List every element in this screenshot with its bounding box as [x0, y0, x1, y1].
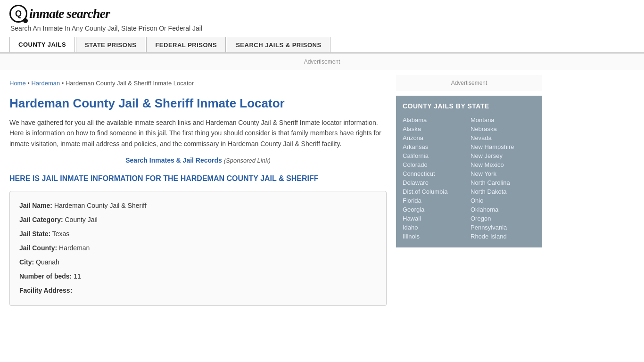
state-link[interactable]: Illinois	[403, 232, 468, 241]
state-link[interactable]: Pennsylvania	[471, 223, 536, 232]
state-link[interactable]: California	[403, 151, 468, 160]
nav-search-jails[interactable]: SEARCH JAILS & PRISONS	[227, 37, 330, 52]
search-link-area: Search Inmates & Jail Records (Sponsored…	[9, 156, 387, 164]
breadcrumb: Home • Hardeman • Hardeman County Jail &…	[9, 80, 387, 87]
state-link[interactable]: Alaska	[403, 124, 468, 133]
logo-area: Q inmate searcher	[9, 5, 635, 23]
state-link[interactable]: Ohio	[471, 196, 536, 205]
breadcrumb-parent[interactable]: Hardeman	[31, 80, 60, 87]
tagline: Search An Inmate In Any County Jail, Sta…	[10, 25, 635, 32]
jail-category-row: Jail Category: County Jail	[19, 213, 377, 226]
state-link[interactable]: Oregon	[471, 214, 536, 223]
state-link[interactable]: New Mexico	[471, 160, 536, 169]
jail-category-label: Jail Category:	[19, 216, 63, 223]
state-link[interactable]: Arkansas	[403, 142, 468, 151]
header: Q inmate searcher Search An Inmate In An…	[0, 0, 644, 32]
sidebar: Advertisement COUNTY JAILS BY STATE Alab…	[396, 70, 542, 306]
sidebar-ad: Advertisement	[396, 75, 542, 91]
logo-text: inmate searcher	[29, 6, 110, 21]
state-link[interactable]: Connecticut	[403, 169, 468, 178]
jail-info-box: Jail Name: Hardeman County Jail & Sherif…	[9, 191, 387, 306]
jail-state-row: Jail State: Texas	[19, 227, 377, 240]
page-title: Hardeman County Jail & Sheriff Inmate Lo…	[9, 96, 387, 111]
jail-beds-row: Number of beds: 11	[19, 270, 377, 283]
nav: COUNTY JAILS STATE PRISONS FEDERAL PRISO…	[0, 37, 644, 53]
state-link[interactable]: Florida	[403, 196, 468, 205]
sponsored-label: (Sponsored Link)	[224, 157, 271, 164]
nav-federal-prisons[interactable]: FEDERAL PRISONS	[146, 37, 226, 52]
breadcrumb-current: Hardeman County Jail & Sheriff Inmate Lo…	[66, 80, 194, 87]
nav-county-jails[interactable]: COUNTY JAILS	[9, 37, 75, 52]
state-grid: AlabamaAlaskaArizonaArkansasCaliforniaCo…	[403, 115, 536, 241]
state-link[interactable]: North Dakota	[471, 187, 536, 196]
state-link[interactable]: North Carolina	[471, 178, 536, 187]
nav-state-prisons[interactable]: STATE PRISONS	[76, 37, 145, 52]
state-link[interactable]: Georgia	[403, 205, 468, 214]
jail-city-value: Quanah	[36, 258, 59, 266]
state-link[interactable]: Delaware	[403, 178, 468, 187]
jail-category-value: County Jail	[65, 216, 97, 223]
state-link[interactable]: Rhode Island	[471, 232, 536, 241]
state-link[interactable]: Colorado	[403, 160, 468, 169]
logo-icon: Q	[9, 5, 27, 23]
jail-name-label: Jail Name:	[19, 202, 52, 209]
search-inmates-link[interactable]: Search Inmates & Jail Records	[125, 156, 222, 164]
states-col1: AlabamaAlaskaArizonaArkansasCaliforniaCo…	[403, 115, 468, 241]
state-link[interactable]: Alabama	[403, 115, 468, 124]
state-link[interactable]: Idaho	[403, 223, 468, 232]
jail-name-value: Hardeman County Jail & Sheriff	[54, 202, 147, 209]
jail-name-row: Jail Name: Hardeman County Jail & Sherif…	[19, 199, 377, 212]
breadcrumb-home[interactable]: Home	[9, 80, 26, 87]
info-heading: HERE IS JAIL INMATE INFORMATION FOR THE …	[9, 173, 387, 184]
state-link[interactable]: New Jersey	[471, 151, 536, 160]
state-link[interactable]: New Hampshire	[471, 142, 536, 151]
state-link[interactable]: Hawaii	[403, 214, 468, 223]
state-link[interactable]: Arizona	[403, 133, 468, 142]
jail-county-row: Jail County: Hardeman	[19, 241, 377, 255]
state-link[interactable]: Oklahoma	[471, 205, 536, 214]
states-col2: MontanaNebraskaNevadaNew HampshireNew Je…	[471, 115, 536, 241]
jail-county-value: Hardeman	[59, 244, 90, 252]
state-box-title: COUNTY JAILS BY STATE	[403, 102, 536, 110]
state-link[interactable]: Montana	[471, 115, 536, 124]
main-layout: Home • Hardeman • Hardeman County Jail &…	[0, 70, 644, 306]
jail-beds-label: Number of beds:	[19, 272, 72, 280]
jail-city-row: City: Quanah	[19, 255, 377, 269]
jail-address-label: Facility Address:	[19, 287, 72, 294]
jail-address-row: Facility Address:	[19, 284, 377, 297]
jail-city-label: City:	[19, 258, 34, 266]
state-link[interactable]: New York	[471, 169, 536, 178]
content: Home • Hardeman • Hardeman County Jail &…	[9, 70, 387, 306]
jail-state-label: Jail State:	[19, 230, 50, 238]
state-link[interactable]: Nebraska	[471, 124, 536, 133]
jail-beds-value: 11	[74, 272, 81, 280]
jail-state-value: Texas	[52, 230, 70, 238]
jail-county-label: Jail County:	[19, 244, 57, 252]
state-link[interactable]: Dist.of Columbia	[403, 187, 468, 196]
ad-banner: Advertisement	[0, 54, 644, 70]
state-link[interactable]: Nevada	[471, 133, 536, 142]
description: We have gathered for you all the availab…	[9, 117, 387, 149]
state-box: COUNTY JAILS BY STATE AlabamaAlaskaArizo…	[396, 96, 542, 247]
